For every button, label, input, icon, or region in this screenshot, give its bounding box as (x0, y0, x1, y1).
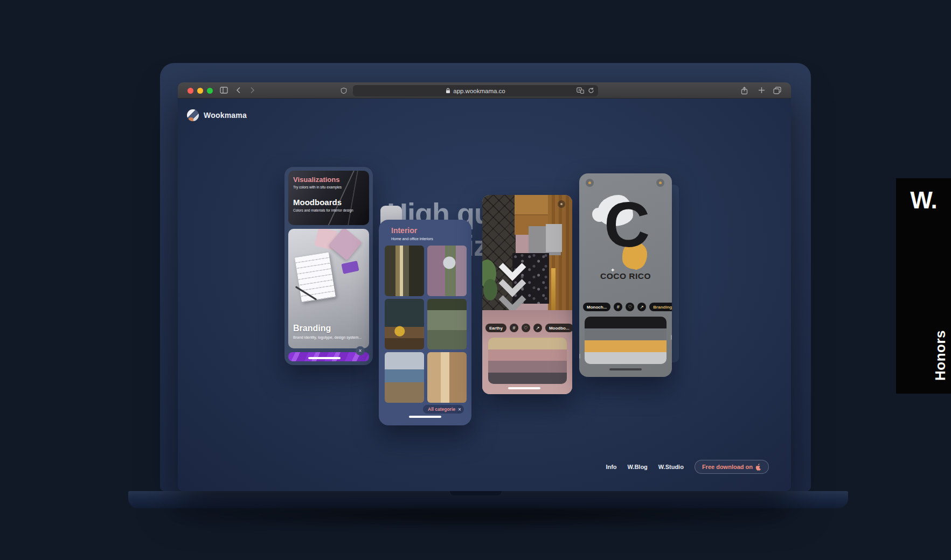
cta-label: Free download on (702, 464, 753, 470)
tab-overview-icon[interactable] (773, 87, 781, 94)
gold-dot-graphic (634, 266, 638, 270)
phone-card-branding: C ✦ COCO RICO Monoch... # ♡ ↗ Branding (579, 173, 672, 377)
brand-name: Wookmama (204, 111, 247, 120)
share-button-icon (656, 179, 664, 187)
light-swatch-graphic (546, 224, 562, 252)
heart-icon: ♡ (626, 303, 634, 311)
home-indicator (409, 416, 441, 418)
moodboard-tag-row: Earthy # ♡ ↗ Moodbo... (485, 324, 572, 332)
interior-photo (427, 352, 467, 403)
palette-color (585, 317, 667, 328)
palette-color (488, 349, 567, 361)
forward-icon[interactable] (250, 87, 255, 94)
share-icon: ↗ (637, 303, 646, 311)
moodboards-category-tile: Visualizations Try colors with in situ e… (288, 171, 369, 225)
honors-badge[interactable]: W. Honors (896, 178, 951, 394)
url-text: app.wookmama.co (453, 88, 505, 94)
interior-photo (385, 246, 424, 296)
branding-tag-row: Monoch... # ♡ ↗ Branding (583, 303, 672, 311)
zoom-window-button[interactable] (207, 88, 213, 94)
laptop-notch (450, 491, 502, 495)
branding-subtitle: Brand identity, logotype, design system.… (293, 335, 362, 339)
interior-photo (427, 299, 467, 349)
sidebar-toggle-icon[interactable] (220, 87, 228, 94)
logo-comb-graphic (592, 208, 605, 222)
interior-subtitle: Home and office interiors (391, 237, 433, 241)
translate-icon[interactable]: a (577, 87, 584, 94)
phone-side-button (579, 354, 580, 359)
interior-photo-grid (385, 246, 466, 403)
visualizations-subtitle: Try colors with in situ examples (293, 185, 342, 189)
hashtag-icon: # (510, 324, 518, 332)
tag-monochrome: Monoch... (583, 303, 610, 311)
honors-label: Honors (932, 330, 949, 381)
close-window-button[interactable] (188, 88, 193, 94)
camera-button-icon (558, 200, 565, 208)
tag-earthy: Earthy (485, 324, 506, 332)
tag-branding: Branding (649, 303, 672, 311)
footer-link-wblog[interactable]: W.Blog (628, 464, 648, 470)
phone-card-interior: Interior Home and office interiors All c… (379, 220, 471, 425)
palette-color (488, 361, 567, 373)
interior-photo (385, 352, 424, 403)
wookmama-landing-page: Wookmama High quality visualizations Vis… (178, 99, 791, 491)
hashtag-icon: # (614, 303, 622, 311)
lock-icon (446, 88, 450, 94)
tag-moodboard: Moodbo... (545, 324, 572, 332)
new-tab-icon[interactable] (758, 87, 765, 94)
palette-color (585, 340, 667, 352)
address-bar[interactable]: app.wookmama.co a (353, 85, 598, 96)
phone-side-button (671, 335, 672, 340)
apple-icon (755, 464, 761, 471)
moodboards-title: Moodboards (293, 198, 342, 207)
svg-text:a: a (578, 88, 580, 92)
logo-letter: C (604, 193, 650, 256)
heart-icon: ♡ (522, 324, 530, 332)
interior-title: Interior (391, 226, 417, 235)
cocorico-wordmark: COCO RICO (579, 271, 672, 281)
footer-nav: Info W.Blog W.Studio Free download on (606, 460, 769, 474)
close-icon: × (455, 405, 464, 414)
plant-graphic (483, 279, 497, 300)
browser-toolbar: app.wookmama.co a (178, 82, 791, 99)
branding-category-tile: Branding Brand identity, logotype, desig… (288, 229, 369, 348)
brass-strip-graphic (551, 268, 556, 314)
desktop-scene: app.wookmama.co a (0, 0, 951, 560)
home-indicator (308, 357, 341, 359)
close-icon: × (356, 346, 365, 355)
palette-color (488, 373, 567, 384)
visualizations-title: Visualizations (293, 176, 339, 184)
laptop-shadow (162, 505, 792, 527)
palette-color (585, 328, 667, 340)
honors-logo: W. (896, 187, 951, 214)
moodboards-subtitle: Colors and materials for interior design (293, 208, 353, 212)
color-palette-card (585, 317, 667, 364)
card-graphic (341, 261, 359, 274)
palette-color (488, 338, 567, 349)
phone-card-moodboard: Earthy # ♡ ↗ Moodbo... (482, 195, 572, 394)
browser-window: app.wookmama.co a (178, 82, 791, 491)
color-palette-card (488, 338, 567, 384)
share-icon[interactable] (741, 87, 748, 95)
phone-card-categories: Visualizations Try colors with in situ e… (284, 167, 373, 365)
share-icon: ↗ (533, 324, 542, 332)
back-button-icon (586, 179, 594, 187)
privacy-shield-icon[interactable] (341, 87, 347, 94)
site-logo[interactable]: Wookmama (187, 109, 247, 121)
reload-icon[interactable] (588, 87, 594, 94)
palette-color (585, 352, 667, 364)
wookmama-logo-icon (187, 109, 199, 121)
home-indicator (508, 387, 540, 389)
footer-link-wstudio[interactable]: W.Studio (658, 464, 684, 470)
branding-title: Branding (293, 324, 331, 333)
paper-graphic (295, 253, 336, 303)
interior-photo (385, 299, 424, 349)
footer-link-info[interactable]: Info (606, 464, 616, 470)
minimize-window-button[interactable] (197, 88, 203, 94)
free-download-button[interactable]: Free download on (695, 460, 769, 474)
home-indicator (609, 368, 642, 370)
interior-photo (427, 246, 467, 296)
back-icon[interactable] (236, 87, 241, 94)
